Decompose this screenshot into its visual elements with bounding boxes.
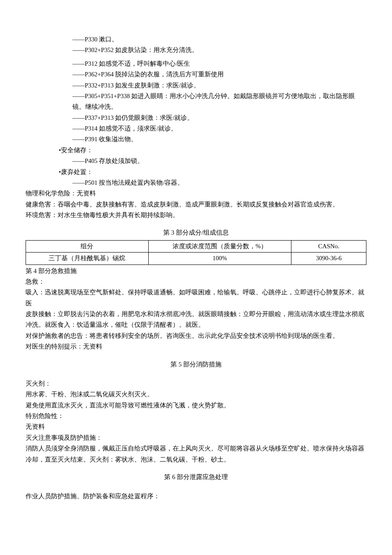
pstatement: ——P302+P352 如皮肤沾染：用水充分清洗。 <box>26 45 366 55</box>
personnel-protection: 作业人员防护措施、防护装备和应急处置程序： <box>26 491 366 502</box>
fire-note: 消防人员须穿全身消防服，佩戴正压自给式呼吸器，在上风向灭火。尽可能将容器从火场移… <box>26 443 366 465</box>
td-component: 三丁基（月桂酰氧基）锡烷 <box>26 253 149 264</box>
storage-label: •安全储存： <box>26 145 366 156</box>
rescuer-advice: 对保护施救者的忠告：将患者转移到安全的场所。咨询医生。出示此化学品安全技术说明书… <box>26 331 366 341</box>
pstatement: ——P337+P313 如仍觉眼刺激：求医/就诊。 <box>26 113 366 123</box>
storage-item: ——P405 存放处须加锁。 <box>26 156 366 166</box>
extinguisher-label: 灭火剂： <box>26 378 366 389</box>
health-hazard: 健康危害：吞咽会中毒。皮肤接触有害。造成皮肤刺激。造成严重眼刺激。长期或反复接触… <box>26 199 366 210</box>
section3-title: 第 3 部分成分/组成信息 <box>26 227 366 238</box>
pstatement: ——P305+P351+P338 如进入眼睛：用水小心冲洗几分钟。如戴隐形眼镜并… <box>26 91 366 113</box>
pstatement: ——P314 如感觉不适，须求医/就诊。 <box>26 123 366 134</box>
env-hazard: 环境危害：对水生生物毒性极大并具有长期持续影响。 <box>26 210 366 221</box>
special-danger-value: 无资料 <box>26 421 366 432</box>
skin-eye: 皮肤接触：立即脱去污染的衣着，用肥皂水和清水彻底冲洗。就医眼睛接触：立即分开眼睑… <box>26 309 366 331</box>
table-row: 组分 浓度或浓度范围（质量分数，%） CASNo. <box>26 240 366 252</box>
section4-title: 第 4 部分急救措施 <box>26 266 366 276</box>
pstatement: ——P330 漱口。 <box>26 34 366 45</box>
physical-hazard: 物理和化学危险：无资料 <box>26 188 366 199</box>
disposal-label: •废弃处置： <box>26 167 366 177</box>
th-component: 组分 <box>26 240 149 252</box>
section6-title: 第 6 部分泄露应急处理 <box>26 472 366 482</box>
first-aid-label: 急救： <box>26 276 366 287</box>
pstatement: ——P332+P313 如发生皮肤刺激：求医/就诊。 <box>26 80 366 91</box>
pstatement: ——P391 收集溢出物。 <box>26 134 366 145</box>
th-concentration: 浓度或浓度范围（质量分数，%） <box>148 240 291 252</box>
doctor-note: 对医生的特别提示：无资料 <box>26 341 366 352</box>
td-cas: 3090-36-6 <box>291 253 366 264</box>
special-danger-label: 特别危险性： <box>26 411 366 421</box>
extinguisher-1: 用水雾、干粉、泡沫或二氧化碳灭火剂灭火。 <box>26 389 366 400</box>
table-row: 三丁基（月桂酰氧基）锡烷 100% 3090-36-6 <box>26 253 366 264</box>
td-concentration: 100% <box>148 253 291 264</box>
composition-table: 组分 浓度或浓度范围（质量分数，%） CASNo. 三丁基（月桂酰氧基）锡烷 1… <box>26 240 366 265</box>
th-cas: CASNo. <box>291 240 366 252</box>
disposal-item: ——P501 按当地法规处置内装物/容器。 <box>26 177 366 188</box>
extinguisher-2: 避免使用直流水灭火，直流水可能导致可燃性液体的飞溅，使火势扩散。 <box>26 400 366 411</box>
pstatement: ——P362+P364 脱掉沾染的衣服，清洗后方可重新使用 <box>26 69 366 80</box>
section5-title: 第 5 部分消防措施 <box>26 359 366 370</box>
inhale: 吸入：迅速脱离现场至空气新鲜处。保持呼吸道通畅。如呼吸困难，给输氧。呼吸、心跳停… <box>26 287 366 309</box>
pstatement: ——P312 如感觉不适，呼叫解毒中心/医生 <box>26 58 366 69</box>
fire-note-label: 灭火注意事项及防护措施： <box>26 433 366 443</box>
